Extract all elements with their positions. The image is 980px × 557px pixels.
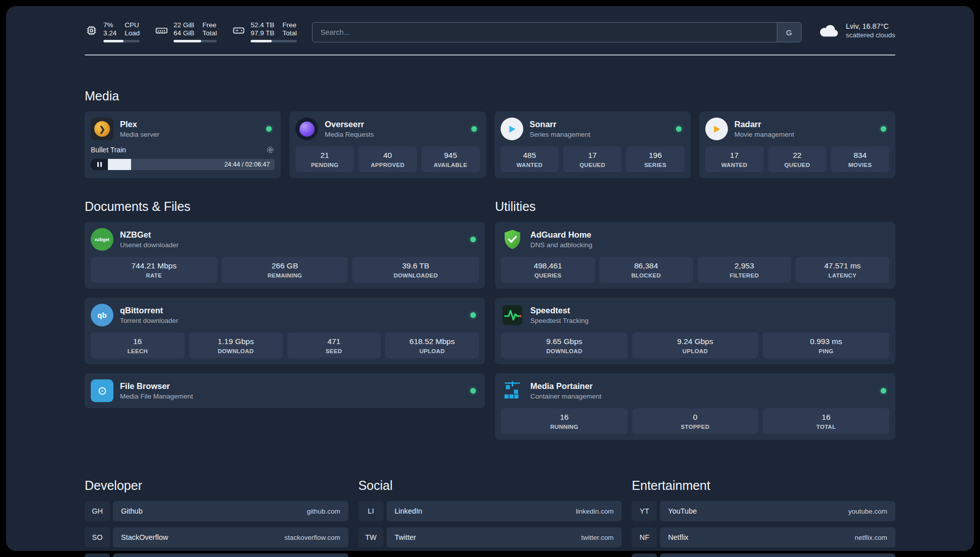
service-card-portainer[interactable]: Media Portainer Container management 16R… — [495, 373, 895, 440]
bookmark-name: Github — [121, 507, 143, 515]
stat-tile: 16TOTAL — [763, 408, 889, 434]
service-card-speedtest[interactable]: Speedtest Speedtest Tracking 9.65 GbpsDO… — [495, 298, 895, 364]
nzbget-icon: nzbget — [91, 228, 113, 251]
stat-tile: 9.24 GbpsUPLOAD — [632, 332, 759, 358]
service-name: Overseerr — [325, 120, 374, 129]
bookmark-abbr: GH — [85, 501, 110, 521]
radarr-icon — [705, 118, 728, 140]
service-subtitle: DNS and adblocking — [530, 241, 592, 249]
service-card-sonarr[interactable]: Sonarr Series management 485WANTED 17QUE… — [495, 112, 691, 178]
cpu-progress-fill — [103, 40, 124, 42]
stat-tile: 266 GBREMAINING — [222, 257, 348, 283]
bookmark-abbr: TW — [358, 527, 384, 547]
cpu-load: 3.24 — [103, 29, 116, 37]
now-playing-widget: Bullet Train 24:44 / 02:06:47 — [91, 145, 275, 170]
search-bar: G — [312, 22, 802, 42]
cpu-icon — [85, 24, 98, 37]
qbittorrent-icon: qb — [91, 304, 113, 326]
pause-button[interactable] — [91, 159, 108, 170]
bookmark-dev[interactable]: DT DEV dev.to — [85, 553, 348, 557]
status-dot — [470, 237, 476, 242]
memory-free: 22 GiB — [173, 21, 194, 29]
service-name: Radarr — [734, 120, 794, 129]
stat-tile: 17WANTED — [705, 146, 764, 172]
bookmark-abbr: NF — [632, 527, 657, 547]
weather-widget: Lviv, 16.87°C scattered clouds — [817, 22, 895, 39]
memory-stats: 22 GiB Free 64 GiB Total — [173, 21, 217, 42]
bookmark-github[interactable]: GH Github github.com — [85, 501, 348, 521]
stat-tile: 1.19 GbpsDOWNLOAD — [189, 332, 283, 358]
bookmark-abbr: RE — [632, 553, 657, 557]
sonarr-icon — [501, 118, 523, 140]
bookmark-twitter[interactable]: TW Twitter twitter.com — [358, 527, 622, 547]
status-dot — [881, 126, 886, 132]
service-card-qbittorrent[interactable]: qb qBittorrent Torrent downloader 16LEEC… — [85, 298, 485, 364]
bookmark-url: youtube.com — [848, 508, 887, 515]
service-card-radarr[interactable]: Radarr Movie management 17WANTED 22QUEUE… — [699, 112, 895, 178]
stat-tile: 471SEED — [287, 332, 381, 358]
portainer-icon — [501, 379, 524, 402]
bookmark-name: Twitter — [395, 533, 416, 541]
bookmark-abbr: SO — [85, 527, 110, 547]
service-name: qBittorrent — [120, 306, 178, 315]
service-name: Media Portainer — [530, 381, 601, 391]
service-subtitle: Container management — [530, 393, 601, 400]
memory-widget: 22 GiB Free 64 GiB Total — [155, 21, 217, 42]
bookmark-group-title: Social — [358, 478, 622, 493]
service-subtitle: Usenet downloader — [120, 241, 178, 249]
service-name: Sonarr — [530, 120, 591, 129]
status-dot — [471, 126, 477, 132]
bookmark-group-social: Social LI LinkedIn linkedin.com TW Twitt… — [358, 478, 622, 553]
disk-progress-bar — [251, 40, 297, 42]
memory-icon — [155, 24, 168, 37]
bookmark-abbr: DT — [85, 553, 110, 557]
gear-icon[interactable] — [266, 145, 275, 154]
disk-total: 97.9 TB — [251, 29, 274, 37]
service-card-nzbget[interactable]: nzbget NZBGet Usenet downloader 744.21 M… — [85, 222, 485, 289]
disk-widget: 52.4 TB Free 97.9 TB Total — [232, 21, 297, 42]
bookmark-group-title: Entertainment — [632, 478, 895, 493]
stat-tile: 17QUEUED — [563, 146, 622, 172]
status-dot — [470, 388, 476, 394]
bookmark-netflix[interactable]: NF Netflix netflix.com — [632, 527, 895, 547]
stat-tile: 498,461QUERIES — [501, 257, 595, 283]
status-dot — [470, 312, 476, 318]
cpu-percent: 7% — [103, 21, 116, 29]
topbar: 7% CPU 3.24 Load 22 GiB Free 64 GiB Tota… — [85, 21, 895, 42]
stat-tile: 39.6 TBDOWNLOADED — [352, 257, 479, 283]
stat-tile: 0STOPPED — [632, 408, 759, 434]
bookmark-abbr: LI — [358, 501, 384, 521]
bookmarks: Developer GH Github github.com SO StackO… — [85, 478, 895, 557]
stat-tile: 618.52 MbpsUPLOAD — [385, 332, 479, 358]
search-engine-button[interactable]: G — [777, 23, 801, 42]
bookmark-abbr: YT — [632, 501, 657, 521]
cpu-progress-bar — [103, 40, 140, 42]
cpu-label: CPU — [125, 21, 140, 29]
stat-tile: 40APPROVED — [358, 146, 417, 172]
bookmark-stackoverflow[interactable]: SO StackOverflow stackoverflow.com — [85, 527, 348, 547]
service-subtitle: Series management — [530, 131, 591, 138]
search-input[interactable] — [313, 23, 777, 42]
topbar-divider — [85, 54, 895, 55]
service-card-adguard[interactable]: AdGuard Home DNS and adblocking 498,461Q… — [495, 222, 895, 289]
weather-condition: scattered clouds — [846, 31, 895, 39]
section-title-documents: Documents & Files — [85, 199, 485, 214]
service-card-filebrowser[interactable]: File Browser Media File Management — [85, 373, 485, 408]
service-card-overseerr[interactable]: Overseerr Media Requests 21PENDING 40APP… — [289, 112, 485, 178]
bookmark-youtube[interactable]: YT YouTube youtube.com — [632, 501, 895, 521]
bookmark-name: LinkedIn — [395, 507, 422, 515]
stat-tile: 834MOVIES — [831, 146, 889, 172]
bookmark-linkedin[interactable]: LI LinkedIn linkedin.com — [358, 501, 622, 521]
service-subtitle: Media server — [120, 131, 159, 138]
bookmark-reddit[interactable]: RE Reddit reddit.com — [632, 553, 895, 557]
service-subtitle: Movie management — [734, 131, 794, 138]
adguard-icon — [501, 228, 524, 251]
stat-tile: 9.65 GbpsDOWNLOAD — [501, 332, 628, 358]
playback-progress-bar[interactable]: 24:44 / 02:06:47 — [91, 159, 275, 170]
bookmark-url: github.com — [307, 508, 340, 515]
bookmark-url: netflix.com — [854, 534, 887, 541]
speedtest-icon — [501, 304, 524, 326]
memory-progress-fill — [173, 40, 201, 42]
bookmark-url: linkedin.com — [576, 508, 614, 515]
service-card-plex[interactable]: ❯ Plex Media server Bullet Train — [85, 112, 281, 178]
